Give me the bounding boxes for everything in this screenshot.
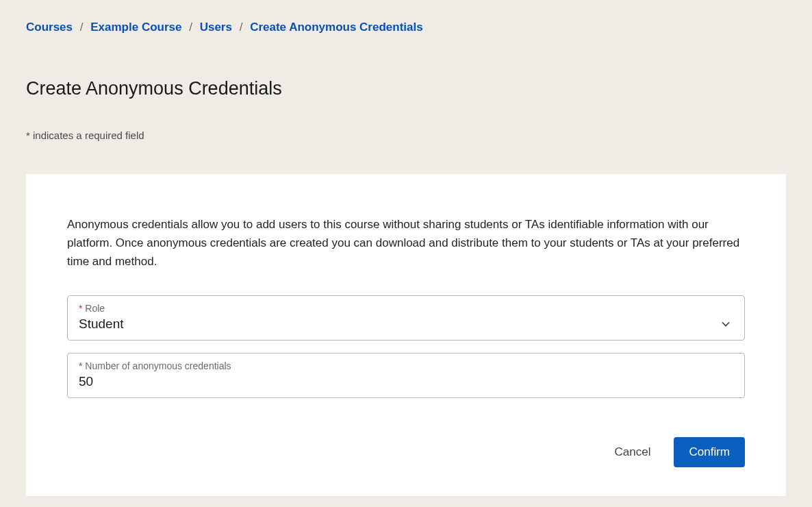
breadcrumb-separator: / [76, 21, 88, 34]
form-description: Anonymous credentials allow you to add u… [67, 215, 745, 271]
required-mark: * [79, 303, 82, 314]
breadcrumb-courses[interactable]: Courses [26, 21, 73, 34]
count-input[interactable] [79, 374, 733, 389]
count-label-text: Number of anonymous credentials [85, 360, 231, 371]
page-container: Courses / Example Course / Users / Creat… [0, 0, 812, 496]
breadcrumb-users[interactable]: Users [200, 21, 232, 34]
role-label: * Role [79, 303, 733, 314]
count-label: * Number of anonymous credentials [79, 360, 733, 371]
role-select[interactable]: * Role Student [67, 295, 745, 341]
chevron-down-icon [718, 317, 733, 332]
cancel-button[interactable]: Cancel [615, 445, 651, 459]
breadcrumb-example-course[interactable]: Example Course [90, 21, 181, 34]
required-mark: * [79, 360, 82, 371]
breadcrumb-separator: / [185, 21, 196, 34]
count-field[interactable]: * Number of anonymous credentials [67, 353, 745, 398]
form-card: Anonymous credentials allow you to add u… [26, 174, 786, 496]
breadcrumb-separator: / [236, 21, 247, 34]
breadcrumb: Courses / Example Course / Users / Creat… [26, 21, 786, 34]
button-row: Cancel Confirm [615, 437, 745, 467]
confirm-button[interactable]: Confirm [674, 437, 745, 467]
role-label-text: Role [85, 303, 105, 314]
role-value: Student [79, 317, 124, 332]
page-title: Create Anonymous Credentials [26, 78, 786, 99]
required-note: * indicates a required field [26, 129, 786, 141]
breadcrumb-create-anonymous-credentials[interactable]: Create Anonymous Credentials [250, 21, 423, 34]
